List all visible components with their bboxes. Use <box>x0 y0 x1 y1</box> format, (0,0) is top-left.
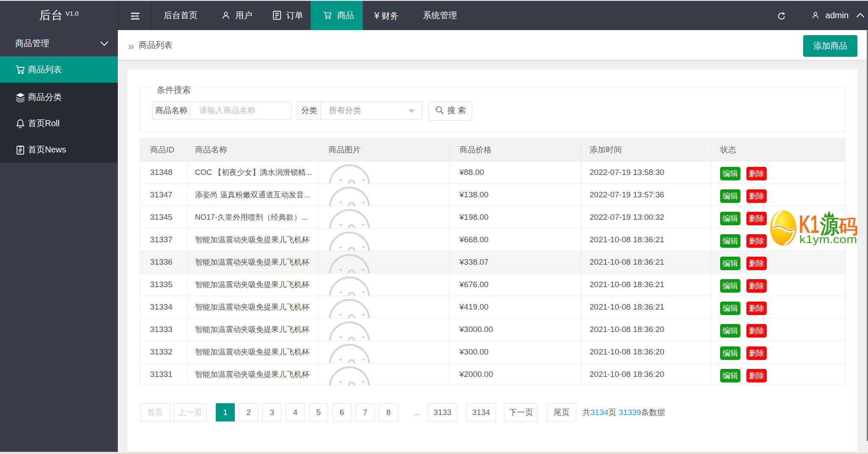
svg-text:k1ym.com: k1ym.com <box>799 233 857 245</box>
